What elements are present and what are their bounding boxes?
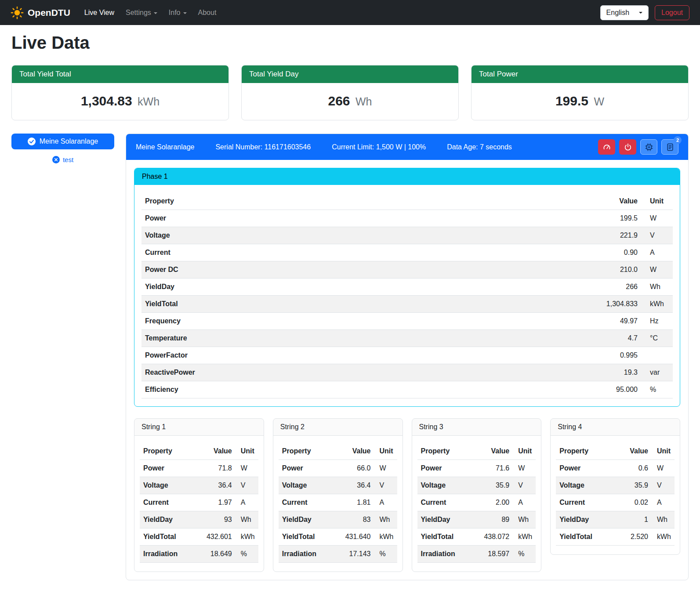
row-value: 1,304.833: [440, 296, 641, 313]
row-unit: V: [652, 477, 675, 494]
row-value: 49.97: [440, 313, 641, 330]
table-row: Current 1.81 A: [279, 494, 397, 511]
device-info-button[interactable]: [640, 139, 657, 155]
table-row: Voltage 36.4 V: [279, 477, 397, 494]
inverter-selected-label: Meine Solaranlage: [40, 137, 98, 145]
card-body: 199.5 W: [472, 83, 688, 120]
nav-item-live-view[interactable]: Live View: [80, 5, 119, 20]
table-row: Voltage 221.9 V: [141, 227, 673, 244]
inverter-card: Meine Solaranlage Serial Number: 1161716…: [126, 134, 689, 580]
row-unit: A: [652, 494, 675, 511]
table-row: YieldDay 266 Wh: [141, 279, 673, 296]
check-circle-icon: [28, 137, 36, 145]
table-row: Irradiation 18.597 %: [417, 546, 536, 563]
string-2-card: String 2 Property Value Unit: [273, 418, 403, 572]
row-value: 17.143: [332, 546, 374, 563]
column-header-property: Property: [417, 443, 471, 460]
inverter-limit: Current Limit: 1,500 W | 100%: [332, 143, 426, 151]
inverter-item-test-label: test: [63, 156, 73, 163]
column-header-value: Value: [614, 443, 652, 460]
row-property: Power: [417, 460, 471, 477]
row-unit: A: [513, 494, 536, 511]
row-unit: [641, 347, 673, 364]
inverter-selected-button[interactable]: Meine Solaranlage: [11, 134, 114, 149]
table-row: PowerFactor 0.995: [141, 347, 673, 364]
x-circle-icon: [52, 156, 60, 163]
events-count-badge: 2: [674, 136, 682, 144]
page-title: Live Data: [11, 33, 689, 53]
column-header-unit: Unit: [652, 443, 675, 460]
row-unit: Wh: [513, 511, 536, 528]
row-property: Power DC: [141, 261, 440, 279]
table-row: YieldDay 93 Wh: [140, 511, 258, 528]
column-header-property: Property: [140, 443, 193, 460]
total-yield-day-unit: Wh: [355, 95, 372, 108]
table-row: YieldDay 89 Wh: [417, 511, 536, 528]
table-row: YieldTotal 431.640 kWh: [279, 528, 397, 546]
logout-button[interactable]: Logout: [655, 5, 689, 20]
string-2-body: Property Value Unit Power: [273, 436, 403, 572]
table-header-row: Property Value Unit: [417, 443, 536, 460]
power-icon: [624, 143, 632, 152]
string-3-table-body: Power 71.6 W Voltage 35.9 V: [417, 460, 536, 563]
row-property: Power: [556, 460, 614, 477]
strings-row: String 1 Property Value Unit: [134, 418, 680, 572]
row-property: Voltage: [279, 477, 332, 494]
inverter-data-age: Data Age: 7 seconds: [447, 143, 512, 151]
column-header-unit: Unit: [374, 443, 397, 460]
row-unit: W: [513, 460, 536, 477]
row-value: 83: [332, 511, 374, 528]
brand[interactable]: OpenDTU: [11, 6, 70, 19]
language-select[interactable]: English: [600, 5, 649, 20]
row-property: Irradiation: [279, 546, 332, 563]
row-property: Voltage: [556, 477, 614, 494]
table-row: Power DC 210.0 W: [141, 261, 673, 279]
row-unit: kWh: [641, 296, 673, 313]
row-property: YieldTotal: [141, 296, 440, 313]
nav-item-settings[interactable]: Settings: [121, 5, 162, 20]
row-unit: var: [641, 364, 673, 381]
table-row: ReactivePower 19.3 var: [141, 364, 673, 381]
card-body: 266 Wh: [242, 83, 458, 120]
string-4-body: Property Value Unit Power: [551, 436, 680, 554]
row-value: 1.97: [193, 494, 236, 511]
total-yield-total-value: 1,304.83: [81, 94, 132, 108]
row-unit: A: [374, 494, 397, 511]
row-unit: W: [652, 460, 675, 477]
string-1-title: String 1: [134, 419, 264, 436]
string-2-table-body: Power 66.0 W Voltage 36.4 V: [279, 460, 397, 563]
row-value: 89: [471, 511, 513, 528]
events-button[interactable]: 2: [661, 139, 678, 155]
main-row: Meine Solaranlage test Meine Solaranlage…: [11, 134, 689, 580]
inverter-name: Meine Solaranlage: [136, 143, 194, 151]
row-property: YieldTotal: [279, 528, 332, 546]
phase-1-body: Property Value Unit Power: [134, 185, 680, 406]
inverter-item-test[interactable]: test: [11, 156, 114, 163]
journal-icon: [666, 143, 675, 152]
power-button[interactable]: [619, 139, 636, 155]
card-title: Total Power: [472, 65, 688, 83]
row-value: 95.000: [440, 381, 641, 398]
total-yield-total-unit: kWh: [138, 95, 160, 108]
row-unit: %: [641, 381, 673, 398]
language-value: English: [606, 9, 629, 17]
row-unit: V: [641, 227, 673, 244]
top-navbar: OpenDTU Live View Settings Info About En…: [0, 0, 700, 25]
page-container: Live Data Total Yield Total 1,304.83 kWh…: [0, 33, 700, 593]
row-property: YieldTotal: [556, 528, 614, 546]
row-value: 199.5: [440, 210, 641, 227]
row-value: 18.597: [471, 546, 513, 563]
card-title: Total Yield Total: [12, 65, 228, 83]
table-header-row: Property Value Unit: [140, 443, 258, 460]
limit-settings-button[interactable]: [598, 139, 615, 155]
row-value: 0.90: [440, 244, 641, 261]
phase-table: Property Value Unit Power: [141, 193, 673, 398]
table-row: Voltage 35.9 V: [556, 477, 675, 494]
nav-item-info[interactable]: Info: [164, 5, 191, 20]
chevron-down-icon: [154, 12, 157, 14]
nav-item-about[interactable]: About: [194, 5, 221, 20]
row-property: YieldDay: [279, 511, 332, 528]
row-unit: kWh: [652, 528, 675, 546]
inverter-card-header: Meine Solaranlage Serial Number: 1161716…: [126, 134, 688, 160]
row-value: 93: [193, 511, 236, 528]
